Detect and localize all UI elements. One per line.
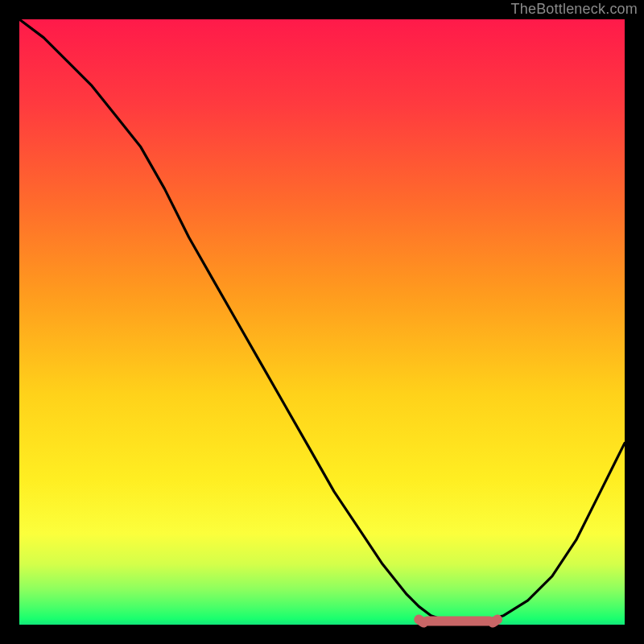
watermark-text: TheBottleneck.com bbox=[511, 2, 638, 16]
plateau-marker bbox=[419, 620, 497, 623]
chart-svg bbox=[19, 19, 625, 625]
chart-frame: TheBottleneck.com bbox=[0, 0, 644, 644]
plot-area bbox=[19, 19, 625, 625]
bottleneck-curve-line bbox=[19, 19, 625, 621]
